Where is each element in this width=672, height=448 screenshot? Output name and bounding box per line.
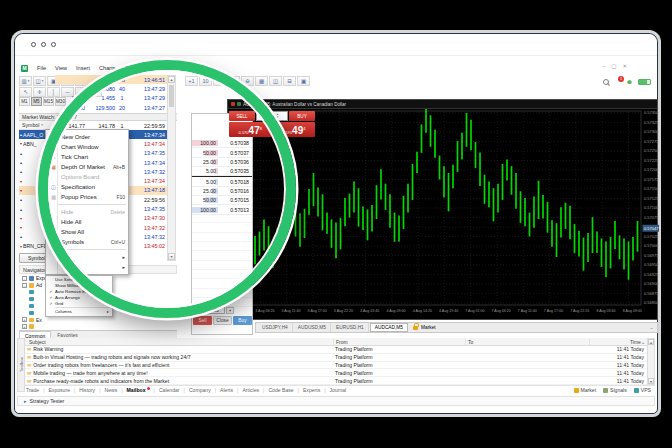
menu-item-file[interactable]: File [37, 65, 46, 71]
buy-price-button[interactable]: 0.570 49 4 [273, 122, 316, 137]
chart-tab-eurusd-h1[interactable]: EURUSD,H1 [332, 323, 369, 332]
toolbox-tab-articles[interactable]: Articles [241, 387, 260, 393]
grid-icon[interactable]: ▦ [255, 76, 268, 86]
menu-item-help[interactable]: Help [176, 65, 188, 71]
close-button[interactable]: Close [213, 316, 232, 325]
context-menu-item-chart-window[interactable]: ◫Chart Window [46, 142, 128, 152]
toolbox-tab-exposure[interactable]: Exposure [47, 387, 71, 393]
context-menu-item-specification[interactable]: ⓘSpecification [46, 182, 128, 192]
dom-row[interactable]: 25.000.57016 [192, 187, 252, 196]
crosshair-icon[interactable]: ✛ [33, 87, 46, 97]
dom-row[interactable]: 100.000.57038 [192, 139, 252, 148]
tick-chart-icon[interactable]: ≈ [213, 76, 226, 86]
context-menu-item-options-board[interactable]: Options Board [46, 172, 128, 182]
market-watch-row[interactable]: 129.480129.5002013:47:27 [55, 103, 167, 112]
dom-row[interactable]: 5.000.57018 [192, 177, 252, 186]
statusbar-signals[interactable]: Signals [603, 387, 627, 393]
one-click-sell-button[interactable]: SELL [229, 111, 255, 121]
volume-field[interactable]: 5.00 [203, 306, 225, 314]
market-watch-row[interactable]: 2.9537813:46:51 [55, 75, 167, 84]
market-watch-row[interactable]: 177.0804013:47:29 [55, 84, 167, 93]
menu-item-view[interactable]: View [55, 65, 67, 71]
timeframe-m1[interactable]: M1 [19, 97, 30, 106]
chart-type-icon[interactable]: ▥▾ [19, 76, 32, 86]
scroll-up-icon[interactable]: ▴ [648, 339, 654, 345]
toolbox-tab-mailbox[interactable]: Mailbox [126, 387, 151, 393]
toolbox-tab-trade[interactable]: Trade [25, 387, 40, 393]
context-menu-item-submenu[interactable]: ▸ [46, 262, 128, 272]
cursor-icon[interactable]: ↖ [19, 87, 32, 97]
tree-expand-icon[interactable]: + [22, 317, 27, 322]
column-time[interactable]: Time ▴ [589, 339, 647, 345]
context-menu-item-depth-of-market[interactable]: ▦Depth Of MarketAlt+B [46, 162, 128, 172]
sell-price-button[interactable]: 0.570 47 8 [229, 122, 272, 137]
toolbox-tab-alerts[interactable]: Alerts [219, 387, 234, 393]
window-dot-icon[interactable] [31, 42, 36, 47]
toolbox-tab-news[interactable]: News [104, 387, 119, 393]
context-menu-item-use-sets[interactable]: Use Sets [46, 277, 112, 283]
strategy-tester-bar[interactable]: ▸ Strategy Tester [17, 396, 655, 406]
toolbox-tab-experts[interactable]: Experts [302, 387, 321, 393]
toolbox-vertical-tab[interactable]: Toolbox [17, 338, 25, 392]
chart-tab-audusd-m5[interactable]: AUDUSD,M5 [294, 323, 331, 332]
mail-row[interactable]: ✉Risk WarningTrading Platform11:41 Today [25, 346, 647, 354]
toolbox-tab-code-base[interactable]: Code Base [267, 387, 294, 393]
toolbox-tab-journal[interactable]: Journal [329, 387, 348, 393]
statusbar-vps[interactable]: VPS [634, 387, 651, 393]
volume-minus-button[interactable]: – [194, 307, 202, 314]
context-menu-item-popup-prices[interactable]: ▥Popup PricesF10 [46, 192, 128, 202]
chart-tab-audcad-m5[interactable]: AUDCAD,M5 [370, 323, 408, 332]
zoom-in-icon[interactable]: ⊕ [227, 76, 240, 86]
tree-expand-icon[interactable]: - [22, 283, 27, 288]
search-icon[interactable] [603, 79, 609, 85]
scrollbar-thumb[interactable] [169, 85, 174, 107]
maximize-icon[interactable]: ▢ [611, 63, 616, 69]
toolbox-tab-history[interactable]: History [78, 387, 96, 393]
chart-step-icon[interactable]: 10 [199, 76, 212, 86]
window-dot-icon[interactable] [41, 42, 46, 47]
context-menu-item-show-all[interactable]: Show All [46, 227, 128, 237]
tile-horizontal-icon[interactable]: ◫ [269, 76, 282, 86]
market-watch-scrollbar[interactable]: ▴ ▾ [167, 75, 176, 261]
context-menu-item-tick-chart[interactable]: ∿Tick Chart [46, 152, 128, 162]
notifications-icon[interactable]: 1 [614, 79, 621, 86]
new-chart-icon[interactable]: ◫▾ [33, 76, 46, 86]
window-dot-icon[interactable] [51, 42, 56, 47]
context-menu-item-new-order[interactable]: New Order [46, 132, 128, 142]
context-menu-item-show-milliseconds[interactable]: Show Milliseconds [46, 283, 112, 289]
sell-button[interactable]: Sell [193, 316, 212, 325]
column-subject[interactable]: Subject [25, 339, 333, 345]
mail-row[interactable]: ✉Order trading robots from freelancers —… [25, 362, 647, 370]
market-tab-label[interactable]: Market [421, 325, 436, 330]
price-chart[interactable]: 0.573500.573250.573000.572750.572500.572… [228, 109, 659, 309]
context-menu-item-auto-remove-expired[interactable]: ✓Auto Remove Expired [46, 289, 112, 295]
buy-button[interactable]: Buy [233, 316, 252, 325]
scroll-up-icon[interactable]: ▴ [168, 76, 175, 83]
toolbox-tab-calendar[interactable]: Calendar [158, 387, 181, 393]
account-icon[interactable]: ☻ [626, 79, 633, 85]
context-menu-item-symbols[interactable]: SymbolsCtrl+U [46, 237, 128, 247]
mail-scrollbar[interactable]: ▴ ▾ [647, 338, 655, 385]
window-titlebar[interactable] [15, 34, 657, 56]
volume-spinner-icon[interactable]: ▴▾ [277, 113, 279, 119]
mail-row[interactable]: ✉Purchase ready-made robots and indicato… [25, 377, 647, 385]
column-from[interactable]: From [333, 339, 465, 345]
chart-titlebar[interactable]: AUDCAD,M5: Australian Dollar vs Canadian… [228, 100, 657, 109]
toolbox-tab-company[interactable]: Company [188, 387, 212, 393]
scroll-down-icon[interactable]: ▾ [168, 253, 175, 260]
context-menu-item-auto-arrange[interactable]: ✓Auto Arrange [46, 294, 112, 300]
tree-expand-icon[interactable]: - [22, 276, 27, 281]
tile-vertical-icon[interactable]: ⊟ [283, 76, 296, 86]
column-to[interactable]: To [465, 339, 589, 345]
one-click-volume-field[interactable]: 0.01 ▴▾ [256, 111, 288, 121]
mail-row[interactable]: ✉Mobile trading — trade from anywhere at… [25, 369, 647, 377]
context-menu-item-submenu[interactable]: ▸ [46, 252, 128, 262]
navigator-tree-item[interactable]: +Ex [19, 316, 177, 323]
collapse-icon[interactable]: – [650, 325, 653, 331]
chart-tab-usdjpy-h4[interactable]: USDJPY,H4 [258, 323, 293, 332]
menu-item-charts[interactable]: Charts [99, 65, 115, 71]
dom-row[interactable]: 50.000.57037 [192, 148, 252, 157]
window-list-icon[interactable]: ▣ [297, 76, 310, 86]
shift-chart-icon[interactable]: +1 [185, 76, 198, 86]
timeframe-m15[interactable]: M15 [43, 97, 54, 106]
